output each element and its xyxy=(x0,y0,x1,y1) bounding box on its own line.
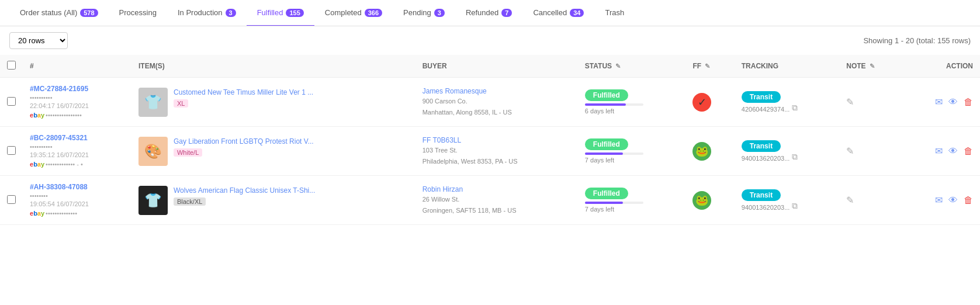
col-ff: FF ✎ xyxy=(685,55,734,78)
col-status: STATUS ✎ xyxy=(578,55,686,78)
ff-edit-icon[interactable]: ✎ xyxy=(705,63,710,70)
status-badge-0: Fulfilled xyxy=(585,89,628,101)
tracking-num-1: 940013620203... xyxy=(742,155,790,162)
buyer-company-1: 103 Tree St. xyxy=(423,145,571,155)
ff-icon-2: 🐸 xyxy=(695,194,708,207)
tab-badge-completed: 366 xyxy=(365,9,382,17)
row-checkbox-cell-1 xyxy=(0,127,23,176)
buyer-addr-0: Manhattan, Along 8558, IL - US xyxy=(423,108,571,117)
note-cell-2: ✎ xyxy=(839,176,902,225)
platform-order-2: •••••••••••••• xyxy=(46,210,77,217)
copy-icon-2[interactable]: ⧉ xyxy=(792,201,798,211)
ebay-logo-2: ebay xyxy=(30,210,44,217)
order-id-0: #MC-27884-21695 xyxy=(30,85,124,93)
ff-avatar-1: 🐸 xyxy=(692,142,711,161)
tracking-badge-1: Transit xyxy=(742,140,781,152)
tab-pending[interactable]: Pending3 xyxy=(393,0,455,26)
select-all-header xyxy=(0,55,23,78)
progress-bar-1 xyxy=(585,152,623,155)
tab-badge-in_production: 3 xyxy=(226,9,236,17)
ff-icon-1: 🐸 xyxy=(695,145,708,158)
tab-label-pending: Pending xyxy=(403,8,431,17)
days-left-0: 6 days left xyxy=(585,108,679,115)
tab-refunded[interactable]: Refunded7 xyxy=(455,0,523,26)
progress-bar-wrap-2 xyxy=(585,202,643,204)
note-edit-btn-1[interactable]: ✎ xyxy=(846,146,854,156)
mail-btn-1[interactable]: ✉ xyxy=(935,145,943,157)
tab-trash[interactable]: Trash xyxy=(594,0,635,26)
status-cell-2: Fulfilled 7 days left xyxy=(578,176,686,225)
status-badge-2: Fulfilled xyxy=(585,188,628,199)
row-checkbox-1[interactable] xyxy=(7,146,16,155)
tab-fulfilled[interactable]: Fulfilled155 xyxy=(247,0,314,26)
item-name-0[interactable]: Customed New Tee Timus Miller Lite Ver 1… xyxy=(174,88,313,98)
col-hash: # xyxy=(23,55,131,78)
tracking-cell-2: Transit 940013620203... ⧉ xyxy=(735,176,840,225)
status-edit-icon[interactable]: ✎ xyxy=(615,63,621,70)
order-num-0: •••••••••• xyxy=(30,94,124,101)
item-name-2[interactable]: Wolves American Flag Classic Unisex T-Sh… xyxy=(174,186,315,196)
order-num-2: •••••••• xyxy=(30,192,124,199)
copy-icon-0[interactable]: ⧉ xyxy=(792,103,798,113)
row-checkbox-0[interactable] xyxy=(7,97,16,106)
progress-bar-2 xyxy=(585,202,623,204)
trash-btn-0[interactable]: 🗑 xyxy=(964,97,973,108)
select-all-checkbox[interactable] xyxy=(7,61,16,70)
note-edit-btn-0[interactable]: ✎ xyxy=(846,97,854,107)
order-id-cell-1: #BC-28097-45321 •••••••••• 19:35:12 16/0… xyxy=(23,127,131,176)
note-edit-icon[interactable]: ✎ xyxy=(870,63,875,70)
platform-badge-1: ebay ••••••••••••• - • xyxy=(30,161,83,168)
tab-badge-pending: 3 xyxy=(434,9,445,17)
order-id-2: #AH-38308-47088 xyxy=(30,183,124,191)
action-cell-2: ✉ 👁 🗑 xyxy=(902,176,980,225)
eye-btn-0[interactable]: 👁 xyxy=(948,97,958,108)
row-checkbox-cell-0 xyxy=(0,78,23,127)
order-id-1: #BC-28097-45321 xyxy=(30,134,124,142)
item-cell-1: 🎨 Gay Liberation Front LGBTQ Protest Rio… xyxy=(131,127,415,176)
tab-in_production[interactable]: In Production3 xyxy=(167,0,247,26)
rows-select[interactable]: 20 rows xyxy=(9,32,68,49)
table-container: # ITEM(S) BUYER STATUS ✎ FF ✎ TRACKING N… xyxy=(0,55,980,225)
days-left-1: 7 days left xyxy=(585,157,679,164)
tab-processing[interactable]: Processing xyxy=(109,0,167,26)
platform-order-0: •••••••••••••••• xyxy=(46,112,82,119)
buyer-cell-2: Robin Hirzan 26 Willow St. Groningen, SA… xyxy=(415,176,578,225)
tab-cancelled[interactable]: Cancelled34 xyxy=(522,0,594,26)
order-num-1: •••••••••• xyxy=(30,143,124,150)
note-edit-btn-2[interactable]: ✎ xyxy=(846,195,854,205)
tracking-badge-2: Transit xyxy=(742,189,781,201)
ebay-logo-0: ebay xyxy=(30,112,44,119)
row-checkbox-2[interactable] xyxy=(7,195,16,204)
tab-label-cancelled: Cancelled xyxy=(533,8,567,17)
mail-btn-2[interactable]: ✉ xyxy=(935,195,943,206)
trash-btn-1[interactable]: 🗑 xyxy=(964,146,973,157)
tab-badge-fulfilled: 155 xyxy=(286,9,303,17)
buyer-addr-1: Philadelphia, West 8353, PA - US xyxy=(423,157,571,167)
item-thumb-1: 🎨 xyxy=(138,137,168,166)
status-cell-1: Fulfilled 7 days left xyxy=(578,127,686,176)
orders-table: # ITEM(S) BUYER STATUS ✎ FF ✎ TRACKING N… xyxy=(0,55,980,225)
item-name-1[interactable]: Gay Liberation Front LGBTQ Protest Riot … xyxy=(174,137,314,147)
tab-completed[interactable]: Completed366 xyxy=(314,0,393,26)
tab-all[interactable]: Order status (All)578 xyxy=(9,0,109,26)
eye-btn-1[interactable]: 👁 xyxy=(948,146,958,157)
col-action: ACTION xyxy=(902,55,980,78)
trash-btn-2[interactable]: 🗑 xyxy=(964,195,973,206)
mail-btn-0[interactable]: ✉ xyxy=(935,96,943,108)
showing-text: Showing 1 - 20 (total: 155 rows) xyxy=(863,36,971,45)
item-cell-0: 👕 Customed New Tee Timus Miller Lite Ver… xyxy=(131,78,415,127)
platform-order-1: ••••••••••••• - • xyxy=(46,161,83,168)
buyer-addr-2: Groningen, SAFT5 118, MB - US xyxy=(423,206,571,216)
tab-label-processing: Processing xyxy=(119,8,157,17)
buyer-name-0: James Romanesque xyxy=(423,87,571,95)
order-date-2: 19:05:54 16/07/2021 xyxy=(30,200,124,207)
copy-icon-1[interactable]: ⧉ xyxy=(792,152,798,162)
eye-btn-2[interactable]: 👁 xyxy=(948,195,958,206)
action-cell-1: ✉ 👁 🗑 xyxy=(902,127,980,176)
item-variant-2: Black/XL xyxy=(174,197,206,206)
ff-avatar-0: ✓ xyxy=(692,93,711,112)
tab-label-completed: Completed xyxy=(325,8,362,17)
tab-label-refunded: Refunded xyxy=(466,8,498,17)
col-items: ITEM(S) xyxy=(131,55,415,78)
platform-badge-0: ebay •••••••••••••••• xyxy=(30,112,82,119)
